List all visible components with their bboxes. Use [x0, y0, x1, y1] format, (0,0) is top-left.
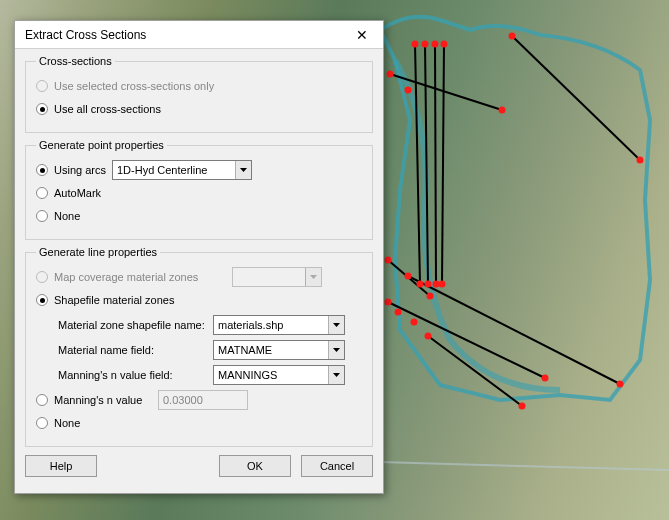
mannings-n-radio[interactable]: [36, 394, 48, 406]
use-selected-radio: [36, 80, 48, 92]
using-arcs-label: Using arcs: [54, 164, 106, 176]
mannings-n-value: 0.03000: [163, 394, 203, 406]
svg-line-7: [388, 302, 545, 378]
svg-point-27: [405, 273, 412, 280]
mannings-field-combo[interactable]: MANNINGS: [213, 365, 345, 385]
svg-line-1: [415, 44, 420, 284]
use-all-radio[interactable]: [36, 103, 48, 115]
chevron-down-icon: [328, 366, 344, 384]
using-arcs-row[interactable]: Using arcs 1D-Hyd Centerline: [36, 160, 362, 180]
chevron-down-icon: [235, 161, 251, 179]
ok-button[interactable]: OK: [219, 455, 291, 477]
close-button[interactable]: ✕: [347, 24, 377, 46]
svg-point-25: [385, 299, 392, 306]
svg-point-31: [395, 309, 402, 316]
close-icon: ✕: [356, 27, 368, 43]
chevron-down-icon: [328, 341, 344, 359]
svg-point-13: [417, 281, 424, 288]
svg-point-29: [425, 333, 432, 340]
use-selected-label: Use selected cross-sections only: [54, 80, 214, 92]
svg-point-17: [433, 281, 440, 288]
svg-point-10: [387, 71, 394, 78]
use-all-row[interactable]: Use all cross-sections: [36, 99, 362, 119]
extract-cross-sections-dialog: Extract Cross Sections ✕ Cross-sections …: [14, 20, 384, 494]
shapefile-zones-radio[interactable]: [36, 294, 48, 306]
svg-point-21: [637, 157, 644, 164]
mannings-n-row[interactable]: Manning's n value 0.03000: [36, 390, 362, 410]
help-button[interactable]: Help: [25, 455, 97, 477]
svg-point-22: [405, 87, 412, 94]
cross-sections-group: Cross-sections Use selected cross-sectio…: [25, 55, 373, 133]
automark-row[interactable]: AutoMark: [36, 183, 362, 203]
mannings-field-value: MANNINGS: [218, 369, 328, 381]
map-coverage-radio: [36, 271, 48, 283]
svg-line-4: [442, 44, 444, 284]
svg-line-5: [512, 36, 640, 160]
generate-point-group: Generate point properties Using arcs 1D-…: [25, 139, 373, 240]
map-coverage-label: Map coverage material zones: [54, 271, 226, 283]
svg-point-15: [425, 281, 432, 288]
use-all-label: Use all cross-sections: [54, 103, 161, 115]
shapefile-name-value: materials.shp: [218, 319, 328, 331]
using-arcs-radio[interactable]: [36, 164, 48, 176]
material-field-combo[interactable]: MATNAME: [213, 340, 345, 360]
point-none-radio[interactable]: [36, 210, 48, 222]
shapefile-subform: Material zone shapefile name: materials.…: [36, 315, 362, 385]
svg-point-28: [617, 381, 624, 388]
map-coverage-combo: [232, 267, 322, 287]
line-none-row[interactable]: None: [36, 413, 362, 433]
dialog-body: Cross-sections Use selected cross-sectio…: [15, 49, 383, 493]
point-none-label: None: [54, 210, 80, 222]
svg-point-32: [411, 319, 418, 326]
chevron-down-icon: [305, 268, 321, 286]
point-none-row[interactable]: None: [36, 206, 362, 226]
mannings-field-label: Manning's n value field:: [58, 369, 213, 381]
material-field-value: MATNAME: [218, 344, 328, 356]
map-coverage-row[interactable]: Map coverage material zones: [36, 267, 362, 287]
mannings-n-input: 0.03000: [158, 390, 248, 410]
automark-radio[interactable]: [36, 187, 48, 199]
line-none-radio[interactable]: [36, 417, 48, 429]
shapefile-zones-label: Shapefile material zones: [54, 294, 174, 306]
button-bar: Help OK Cancel: [25, 453, 373, 477]
svg-point-19: [439, 281, 446, 288]
use-selected-row[interactable]: Use selected cross-sections only: [36, 76, 362, 96]
shapefile-name-row: Material zone shapefile name: materials.…: [58, 315, 362, 335]
svg-point-20: [509, 33, 516, 40]
arcs-combo[interactable]: 1D-Hyd Centerline: [112, 160, 252, 180]
arcs-combo-value: 1D-Hyd Centerline: [117, 164, 235, 176]
shapefile-name-combo[interactable]: materials.shp: [213, 315, 345, 335]
dialog-title: Extract Cross Sections: [25, 28, 347, 42]
svg-point-16: [432, 41, 439, 48]
generate-line-group: Generate line properties Map coverage ma…: [25, 246, 373, 447]
svg-line-3: [435, 44, 436, 284]
svg-point-18: [441, 41, 448, 48]
svg-point-14: [422, 41, 429, 48]
svg-point-12: [412, 41, 419, 48]
shapefile-name-label: Material zone shapefile name:: [58, 319, 213, 331]
svg-point-23: [385, 257, 392, 264]
svg-line-8: [408, 276, 620, 384]
automark-label: AutoMark: [54, 187, 101, 199]
mannings-field-row: Manning's n value field: MANNINGS: [58, 365, 362, 385]
line-none-label: None: [54, 417, 80, 429]
svg-point-24: [427, 293, 434, 300]
svg-point-30: [519, 403, 526, 410]
titlebar: Extract Cross Sections ✕: [15, 21, 383, 49]
chevron-down-icon: [328, 316, 344, 334]
cross-sections-legend: Cross-sections: [36, 55, 115, 67]
generate-line-legend: Generate line properties: [36, 246, 160, 258]
shapefile-zones-row[interactable]: Shapefile material zones: [36, 290, 362, 310]
cancel-button[interactable]: Cancel: [301, 455, 373, 477]
material-field-row: Material name field: MATNAME: [58, 340, 362, 360]
material-field-label: Material name field:: [58, 344, 213, 356]
svg-point-11: [499, 107, 506, 114]
mannings-n-label: Manning's n value: [54, 394, 152, 406]
generate-point-legend: Generate point properties: [36, 139, 167, 151]
svg-point-26: [542, 375, 549, 382]
